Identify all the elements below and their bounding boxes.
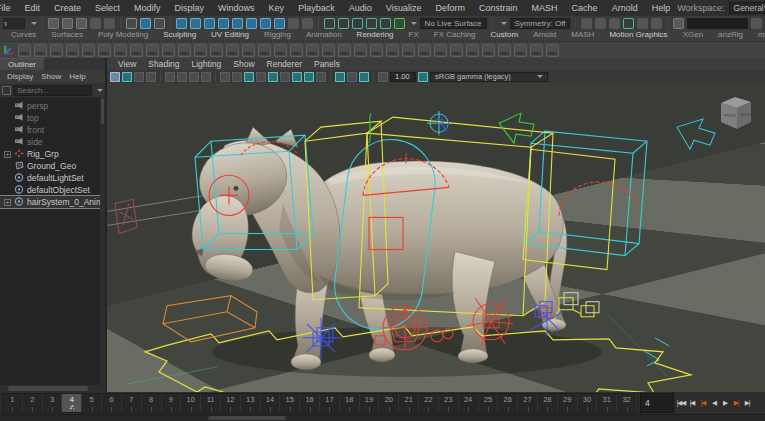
snap-rotate-icon[interactable] bbox=[260, 18, 271, 29]
search-input[interactable] bbox=[13, 85, 92, 96]
render-settings-icon[interactable] bbox=[623, 18, 634, 29]
menu-item-arnold[interactable]: Arnold bbox=[605, 1, 645, 15]
isolate-select-icon[interactable] bbox=[335, 72, 345, 82]
expand-icon[interactable]: + bbox=[4, 151, 11, 158]
shelf-script-icon[interactable] bbox=[530, 44, 543, 57]
shelf-tab-surfaces[interactable]: Surfaces bbox=[44, 30, 90, 41]
outliner-vertical-scrollbar[interactable] bbox=[100, 97, 105, 385]
view-cube[interactable]: FRONT RIGHT bbox=[715, 91, 755, 131]
shadows-icon[interactable] bbox=[268, 72, 278, 82]
motion-blur-icon[interactable] bbox=[292, 72, 302, 82]
active-history-icon[interactable] bbox=[394, 18, 405, 29]
shelf-script-icon[interactable] bbox=[482, 44, 495, 57]
shelf-tab-rendering[interactable]: Rendering bbox=[350, 30, 401, 41]
shelf-tab-arnold[interactable]: Arnold bbox=[526, 30, 563, 41]
symmetry-dropdown[interactable]: Symmetry: Off bbox=[510, 18, 571, 29]
image-plane-icon[interactable] bbox=[165, 72, 175, 82]
filter-icon[interactable] bbox=[2, 86, 11, 95]
shelf-tab-sculpting[interactable]: Sculpting bbox=[156, 30, 203, 41]
shaded-icon[interactable] bbox=[232, 72, 242, 82]
shelf-script-icon[interactable] bbox=[210, 44, 223, 57]
history-toggle-icon[interactable] bbox=[366, 18, 377, 29]
snap-projected-center-icon[interactable] bbox=[218, 18, 229, 29]
shelf-script-icon[interactable] bbox=[274, 44, 287, 57]
screen-space-ao-icon[interactable] bbox=[280, 72, 290, 82]
input-connections-icon[interactable] bbox=[338, 18, 349, 29]
outliner-menu-help[interactable]: Help bbox=[66, 71, 88, 82]
colorspace-dropdown[interactable]: sRGB gamma (legacy) bbox=[430, 72, 548, 82]
shelf-tab-motion-graphics[interactable]: Motion Graphics bbox=[602, 30, 674, 41]
shelf-script-icon[interactable] bbox=[226, 44, 239, 57]
bookmark-icon[interactable] bbox=[146, 72, 156, 82]
menu-item-select[interactable]: Select bbox=[88, 1, 127, 15]
make-live-icon[interactable] bbox=[246, 18, 257, 29]
menu-item-create[interactable]: Create bbox=[47, 1, 88, 15]
current-frame-field[interactable]: 4 bbox=[640, 393, 674, 413]
shelf-tab-poly-modeling[interactable]: Poly Modeling bbox=[91, 30, 155, 41]
snap-point-icon[interactable] bbox=[204, 18, 215, 29]
render-view-icon[interactable] bbox=[581, 18, 592, 29]
filter-menu-icon[interactable] bbox=[97, 89, 103, 92]
use-all-lights-icon[interactable] bbox=[256, 72, 266, 82]
menu-item-playback[interactable]: Playback bbox=[291, 1, 342, 15]
shelf-script-icon[interactable] bbox=[370, 44, 383, 57]
shelf-tab-fx-caching[interactable]: FX Caching bbox=[427, 30, 483, 41]
viewport-menu-show[interactable]: Show bbox=[228, 59, 259, 69]
sphere-tool-icon[interactable] bbox=[751, 18, 762, 29]
outliner-item-ground_geo[interactable]: Ground_Geo bbox=[0, 160, 105, 172]
timeline-frame-26[interactable]: 26 bbox=[498, 394, 518, 412]
shelf-script-icon[interactable] bbox=[98, 44, 111, 57]
timeline-frame-32[interactable]: 32 bbox=[617, 394, 637, 412]
shelf-script-icon[interactable] bbox=[402, 44, 415, 57]
timeline-frame-13[interactable]: 13 bbox=[241, 394, 261, 412]
outliner-menu-show[interactable]: Show bbox=[38, 71, 64, 82]
viewport-menu-lighting[interactable]: Lighting bbox=[186, 59, 226, 69]
snap-view-plane-icon[interactable] bbox=[232, 18, 243, 29]
exposure-icon[interactable] bbox=[378, 72, 388, 82]
shelf-script-icon[interactable] bbox=[290, 44, 303, 57]
shelf-script-icon[interactable] bbox=[498, 44, 511, 57]
new-scene-icon[interactable] bbox=[48, 18, 59, 29]
select-camera-icon[interactable] bbox=[110, 72, 120, 82]
greasepencil-icon[interactable] bbox=[201, 72, 211, 82]
shelf-tab-mash[interactable]: MASH bbox=[564, 30, 601, 41]
timeline-frame-6[interactable]: 6 bbox=[102, 394, 122, 412]
timeline-frame-15[interactable]: 15 bbox=[280, 394, 300, 412]
live-surface-field[interactable]: No Live Surface bbox=[420, 18, 487, 29]
highlight-selection-icon[interactable] bbox=[302, 18, 313, 29]
outliner-item-hairsystem_0_anim_set[interactable]: +hairSystem_0_Anim_Set bbox=[0, 196, 105, 208]
shelf-script-icon[interactable] bbox=[386, 44, 399, 57]
timeline-frame-10[interactable]: 10 bbox=[181, 394, 201, 412]
outliner-item-defaultlightset[interactable]: defaultLightSet bbox=[0, 172, 105, 184]
menu-item-mash[interactable]: MASH bbox=[525, 1, 565, 15]
shelf-tab-animation[interactable]: Animation bbox=[299, 30, 349, 41]
sculpt-layer-icon[interactable] bbox=[673, 18, 684, 29]
shelf-script-icon[interactable] bbox=[162, 44, 175, 57]
shelf-script-icon[interactable] bbox=[66, 44, 79, 57]
shelf-tab-fx[interactable]: FX bbox=[402, 30, 426, 41]
shelf-script-icon[interactable] bbox=[178, 44, 191, 57]
select-hierarchy-icon[interactable] bbox=[126, 18, 137, 29]
xray-joints-icon[interactable] bbox=[359, 72, 369, 82]
timeline-frame-2[interactable]: 2 bbox=[23, 394, 43, 412]
shelf-script-icon[interactable] bbox=[50, 44, 63, 57]
timeline-frame-21[interactable]: 21 bbox=[399, 394, 419, 412]
exposure-field[interactable]: 1.00 bbox=[390, 72, 416, 82]
timeline-frame-23[interactable]: 23 bbox=[439, 394, 459, 412]
render-current-frame-icon[interactable] bbox=[595, 18, 606, 29]
timeline-frame-9[interactable]: 9 bbox=[162, 394, 182, 412]
step-back-frame-button[interactable]: |◀ bbox=[698, 395, 708, 411]
wireframe-icon[interactable] bbox=[220, 72, 230, 82]
camera-attrs-icon[interactable] bbox=[134, 72, 144, 82]
timeline-frame-28[interactable]: 28 bbox=[538, 394, 558, 412]
menu-item-modify[interactable]: Modify bbox=[127, 1, 168, 15]
depth-of-field-icon[interactable] bbox=[316, 72, 326, 82]
shelf-script-icon[interactable] bbox=[434, 44, 447, 57]
lock-camera-icon[interactable] bbox=[122, 72, 132, 82]
shelf-script-icon[interactable] bbox=[82, 44, 95, 57]
shelf-tab-xgen[interactable]: XGen bbox=[676, 30, 710, 41]
shelf-script-icon[interactable] bbox=[466, 44, 479, 57]
outliner-item-persp[interactable]: persp bbox=[0, 100, 105, 112]
snap-scale-icon[interactable] bbox=[274, 18, 285, 29]
lock-icon[interactable] bbox=[288, 18, 299, 29]
